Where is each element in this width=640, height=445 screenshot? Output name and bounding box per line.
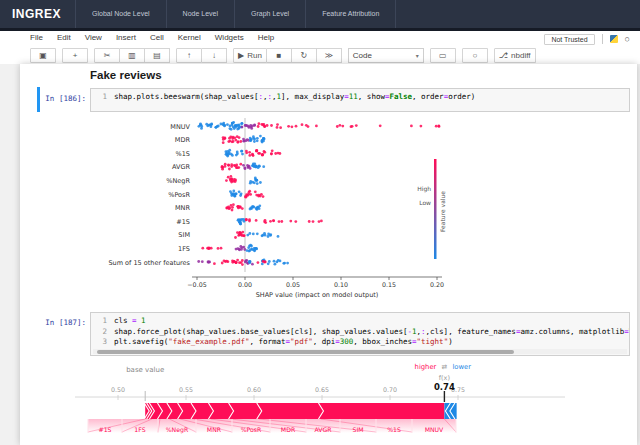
menu-cell[interactable]: Cell (150, 33, 164, 42)
move-up-icon: ↑ (187, 51, 191, 60)
svg-text:SHAP value (impact on model ou: SHAP value (impact on model output) (256, 291, 379, 299)
svg-text:SIM: SIM (178, 231, 190, 239)
toolbar-restart[interactable]: ↻ (292, 48, 317, 63)
toolbar-group: + (62, 48, 88, 63)
svg-text:0.20: 0.20 (430, 281, 444, 288)
svg-text:0.15: 0.15 (382, 281, 396, 288)
cell2-prompt: In [187]: (38, 318, 86, 327)
top-header: INGREX Global Node LevelNode LevelGraph … (0, 0, 640, 28)
menu-items: FileEditViewInsertCellKernelWidgetsHelp (30, 33, 274, 42)
toolbar-save[interactable]: ▣ (30, 48, 56, 63)
toolbar-nbdiff[interactable]: ⎇nbdiff (494, 48, 536, 63)
menu-widgets[interactable]: Widgets (215, 33, 244, 42)
menu-edit[interactable]: Edit (57, 33, 71, 42)
menu-help[interactable]: Help (258, 33, 274, 42)
cell2-input[interactable]: 1cls = 12shap.force_plot(shap_values.bas… (90, 312, 630, 356)
svg-text:f(x): f(x) (439, 374, 450, 382)
menubar: FileEditViewInsertCellKernelWidgetsHelp … (0, 31, 640, 47)
svg-text:#1S: #1S (98, 426, 111, 433)
svg-text:Sum of 15 other features: Sum of 15 other features (108, 259, 190, 267)
svg-text:0.60: 0.60 (247, 386, 261, 393)
force-plot: 0.500.550.600.650.700.75base valuehigher… (70, 359, 580, 445)
svg-text:⇄: ⇄ (442, 363, 448, 371)
cut-cell-icon: ✂ (104, 51, 111, 60)
menu-insert[interactable]: Insert (116, 33, 136, 42)
svg-text:High: High (417, 185, 431, 193)
notebook-body: Fake reviews In [186]: 1shap.plots.beesw… (0, 64, 640, 445)
toolbar-add-cell[interactable]: + (62, 48, 88, 63)
cell1-input[interactable]: 1shap.plots.beeswarm(shap_values[:,:,1],… (90, 88, 630, 112)
save-icon: ▣ (39, 51, 47, 60)
nbdiff-icon: ⎇ (499, 51, 508, 60)
svg-text:%NegR: %NegR (166, 177, 190, 185)
svg-text:0.55: 0.55 (179, 386, 193, 393)
cell2-hscrollbar[interactable] (93, 349, 627, 354)
toolbar-group: ✂▥▤ (94, 48, 170, 63)
app: INGREX Global Node LevelNode LevelGraph … (0, 0, 640, 445)
code-line: 2shap.force_plot(shap_values.base_values… (97, 327, 625, 338)
svg-text:%NegR: %NegR (166, 426, 189, 434)
cell2-hscrollbar-thumb[interactable] (97, 350, 514, 354)
menu-file[interactable]: File (30, 33, 43, 42)
svg-text:0.70: 0.70 (383, 386, 397, 393)
toolbar-restart-run-all[interactable]: ≫ (317, 48, 342, 63)
svg-text:Feature value: Feature value (439, 191, 446, 232)
nbdiff-label: nbdiff (511, 51, 530, 60)
toolbar-interrupt[interactable]: ■ (267, 48, 292, 63)
markdown-heading: Fake reviews (90, 69, 162, 81)
svg-text:0.74: 0.74 (434, 382, 455, 392)
svg-text:#1S: #1S (176, 218, 190, 226)
svg-text:Low: Low (419, 199, 431, 206)
toolbar-move-up[interactable]: ↑ (176, 48, 202, 63)
move-down-icon: ↓ (212, 51, 216, 60)
svg-text:MNR: MNR (175, 204, 190, 212)
svg-text:0.10: 0.10 (334, 281, 348, 288)
toolbar-group: ▭ (430, 48, 456, 63)
trust-badge[interactable]: Not Trusted (544, 34, 594, 45)
svg-text:MNUV: MNUV (170, 123, 190, 131)
app-logo: INGREX (12, 7, 61, 21)
toolbar-extension-circle[interactable]: ○ (462, 48, 488, 63)
add-cell-icon: + (73, 51, 78, 60)
svg-text:0.05: 0.05 (286, 281, 300, 288)
nav-graph-level[interactable]: Graph Level (234, 0, 305, 28)
menu-view[interactable]: View (85, 33, 102, 42)
svg-text:base value: base value (126, 366, 164, 374)
line-number: 1 (97, 316, 107, 327)
run-icon: ▶ (238, 51, 244, 60)
toolbar-run[interactable]: ▶Run (233, 48, 267, 63)
line-number: 2 (97, 327, 107, 338)
beeswarm-plot: MNUVMDR%1SAVGR%NegR%PosRMNR#1SSIM1FSSum … (100, 114, 460, 304)
nav-feature-attribution[interactable]: Feature Attribution (305, 0, 396, 28)
svg-text:−0.05: −0.05 (187, 281, 206, 288)
menu-divider (602, 34, 603, 44)
header-nav: Global Node LevelNode LevelGraph LevelFe… (75, 0, 396, 28)
command-palette-icon: ▭ (439, 51, 447, 60)
cell-type-select[interactable]: Code▾ (348, 48, 424, 63)
toolbar-cut-cell[interactable]: ✂ (94, 48, 120, 63)
kernel-status-icon: ○ (625, 34, 630, 44)
svg-text:0.50: 0.50 (111, 386, 125, 393)
menu-kernel[interactable]: Kernel (178, 33, 201, 42)
toolbar-paste-cell[interactable]: ▤ (145, 48, 170, 63)
toolbar-command-palette[interactable]: ▭ (430, 48, 456, 63)
toolbar: ▣+✂▥▤↑↓▶Run■↻≫Code▾▭○⎇nbdiff (30, 48, 536, 63)
extension-circle-icon: ○ (472, 51, 477, 60)
notebook-container: Fake reviews In [186]: 1shap.plots.beesw… (20, 64, 637, 445)
line-number: 1 (97, 92, 107, 103)
cell-type-value: Code (353, 51, 372, 60)
toolbar-group: ↑↓ (176, 48, 227, 63)
toolbar-group: ⎇nbdiff (494, 48, 536, 63)
copy-cell-icon: ▥ (128, 51, 136, 60)
code-line: 3plt.savefig("fake_example.pdf", format=… (97, 337, 625, 348)
interrupt-icon: ■ (276, 51, 281, 60)
svg-text:0.65: 0.65 (315, 386, 329, 393)
svg-text:SIM: SIM (352, 426, 363, 433)
nav-global-node-level[interactable]: Global Node Level (75, 0, 166, 28)
toolbar-copy-cell[interactable]: ▥ (120, 48, 145, 63)
svg-text:MDR: MDR (281, 426, 296, 433)
line-number: 3 (97, 337, 107, 348)
toolbar-group: ○ (462, 48, 488, 63)
nav-node-level[interactable]: Node Level (166, 0, 234, 28)
toolbar-move-down[interactable]: ↓ (202, 48, 227, 63)
